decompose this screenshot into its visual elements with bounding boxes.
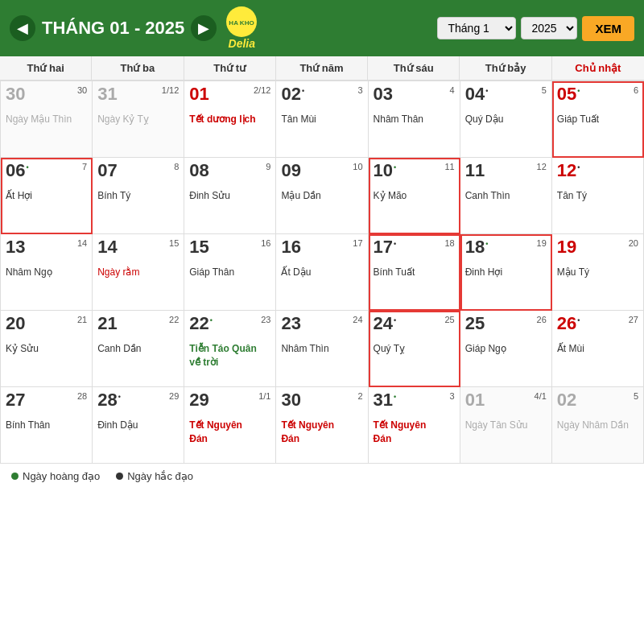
calendar-cell[interactable]: 17•18Bính Tuất (369, 234, 460, 311)
lunar-name: Đinh Dậu (97, 419, 179, 432)
calendar-cell[interactable]: 06•7Ất Hợi (1, 158, 93, 234)
solar-day: 12• (557, 162, 580, 180)
legend-green-dot (11, 473, 19, 480)
lunar-num: 17 (353, 238, 362, 248)
solar-day: 01 (189, 85, 208, 103)
calendar-cell[interactable]: 18•19Đinh Hợi (460, 234, 552, 311)
calendar-cell[interactable]: 2526Giáp Ngọ (460, 311, 552, 387)
xem-button[interactable]: XEM (582, 16, 634, 41)
solar-day: 19 (557, 238, 576, 256)
calendar-cell[interactable]: 1415Ngày rằm (93, 234, 184, 311)
calendar-cell[interactable]: 02•3Tân Mùi (276, 81, 368, 158)
calendar-cell[interactable]: 034Nhâm Thân (369, 81, 460, 158)
calendar-cell[interactable]: 014/1Ngày Tân Sửu (460, 387, 552, 464)
lunar-num: 14 (77, 238, 87, 248)
lunar-num: 11 (444, 162, 454, 171)
calendar-cell[interactable]: 24•25Quý Tỵ (369, 311, 460, 387)
solar-day: 05• (557, 85, 580, 103)
header: ◀ THÁNG 01 - 2025 ▶ NHA KHOA Delia Tháng… (0, 0, 644, 56)
calendar-cell[interactable]: 31•3Tết NguyênĐán (369, 387, 460, 464)
lunar-name: Ngày Kỷ Tỵ (97, 113, 179, 126)
calendar-cell[interactable]: 2728Bính Thân (1, 387, 93, 464)
legend-black-label: Ngày hắc đạo (127, 470, 193, 482)
calendar-cell[interactable]: 0910Mậu Dần (276, 158, 368, 234)
lunar-num: 26 (537, 315, 547, 324)
calendar-cell[interactable]: 3030Ngày Mậu Thìn (1, 81, 93, 158)
calendar-cell[interactable]: 025Ngày Nhâm Dần (552, 387, 644, 464)
solar-day: 29 (189, 391, 208, 409)
calendar-cell[interactable]: 28•29Đinh Dậu (93, 387, 184, 464)
lunar-name: Đinh Sửu (189, 189, 270, 203)
lunar-num: 16 (261, 238, 270, 248)
lunar-name: Giáp Tuất (557, 113, 638, 126)
solar-day: 22• (189, 315, 213, 332)
solar-day: 06• (6, 162, 29, 180)
month-select[interactable]: Tháng 1Tháng 2Tháng 3Tháng 4Tháng 5Tháng… (437, 17, 516, 39)
solar-day: 30 (281, 391, 300, 409)
lunar-name: Ngày Mậu Thìn (6, 113, 87, 126)
lunar-name: Quý Tỵ (374, 342, 455, 356)
calendar-cell[interactable]: 1920Mậu Tý (552, 234, 644, 311)
calendar-cell[interactable]: 2122Canh Dần (93, 311, 184, 387)
lunar-num: 5 (634, 391, 638, 401)
svg-text:NHA KHOA: NHA KHOA (229, 19, 254, 27)
lunar-num: 2 (357, 391, 362, 401)
lunar-num: 5 (542, 85, 547, 95)
calendar-cell[interactable]: 012/12Tết dương lịch (184, 81, 276, 158)
calendar-cell[interactable]: 12•Tân Tý (552, 158, 644, 234)
lunar-name: Giáp Thân (189, 266, 270, 279)
logo-circle: NHA KHOA (226, 6, 257, 37)
lunar-name: Ngày Tân Sửu (465, 419, 547, 432)
header-right: Tháng 1Tháng 2Tháng 3Tháng 4Tháng 5Tháng… (437, 16, 634, 41)
month-title: THÁNG 01 - 2025 (42, 18, 184, 39)
next-month-button[interactable]: ▶ (191, 15, 217, 41)
prev-month-button[interactable]: ◀ (10, 15, 35, 41)
calendar-cell[interactable]: 089Đinh Sửu (184, 158, 276, 234)
lunar-num: 8 (174, 162, 179, 171)
weekday-thứsáu: Thứ sáu (368, 56, 460, 80)
calendar-cell[interactable]: 04•5Quý Dậu (460, 81, 552, 158)
calendar-cell[interactable]: 26•27Ất Mùi (552, 311, 644, 387)
calendar-cell[interactable]: 10•11Kỷ Mão (369, 158, 460, 234)
year-select[interactable]: 2023202420252026 (521, 17, 577, 39)
calendar-cell[interactable]: 1112Canh Thìn (460, 158, 552, 234)
calendar-cell[interactable]: 291/1Tết NguyênĐán (184, 387, 276, 464)
calendar-cell[interactable]: 2021Kỷ Sửu (1, 311, 93, 387)
lunar-name: Ngày Nhâm Dần (557, 419, 638, 432)
lunar-name: Quý Dậu (465, 113, 547, 126)
lunar-name: Mậu Tý (557, 266, 638, 279)
lunar-num: 27 (629, 315, 638, 324)
calendar-cell[interactable]: 302Tết NguyênĐán (276, 387, 368, 464)
calendar-cell[interactable]: 05•6Giáp Tuất (552, 81, 644, 158)
lunar-name: Nhâm Thân (374, 113, 455, 126)
logo-text: Delia (229, 37, 255, 50)
solar-day: 26• (557, 315, 580, 332)
lunar-name: Ất Dậu (281, 266, 362, 279)
solar-day: 11 (465, 162, 485, 180)
calendar-cell[interactable]: 22•23Tiễn Táo Quânvề trời (184, 311, 276, 387)
solar-day: 28• (97, 391, 121, 409)
calendar-cell[interactable]: 2324Nhâm Thìn (276, 311, 368, 387)
solar-day: 24• (374, 315, 397, 332)
solar-day: 02 (557, 391, 576, 409)
lunar-name: Tân Mùi (281, 113, 362, 126)
lunar-name: Ất Mùi (557, 342, 638, 356)
calendar-cell[interactable]: 078Bính Tý (93, 158, 184, 234)
solar-day: 03 (374, 85, 393, 103)
calendar-cell[interactable]: 311/12Ngày Kỷ Tỵ (93, 81, 184, 158)
calendar-cell[interactable]: 1314Nhâm Ngọ (1, 234, 93, 311)
lunar-num: 4/1 (535, 391, 547, 401)
solar-day: 13 (6, 238, 25, 256)
lunar-name: Ngày rằm (97, 266, 179, 279)
lunar-name: Bính Tuất (374, 266, 455, 279)
calendar-grid: 3030Ngày Mậu Thìn311/12Ngày Kỷ Tỵ012/12T… (0, 80, 644, 464)
solar-day: 21 (97, 315, 117, 332)
calendar-cell[interactable]: 1617Ất Dậu (276, 234, 368, 311)
header-left: ◀ THÁNG 01 - 2025 ▶ NHA KHOA Delia (10, 6, 257, 50)
lunar-num: 19 (537, 238, 547, 248)
solar-day: 09 (281, 162, 300, 180)
calendar-cell[interactable]: 1516Giáp Thân (184, 234, 276, 311)
logo-area: NHA KHOA Delia (226, 6, 257, 50)
lunar-name: Tết NguyênĐán (374, 419, 455, 446)
lunar-num: 12 (537, 162, 547, 171)
